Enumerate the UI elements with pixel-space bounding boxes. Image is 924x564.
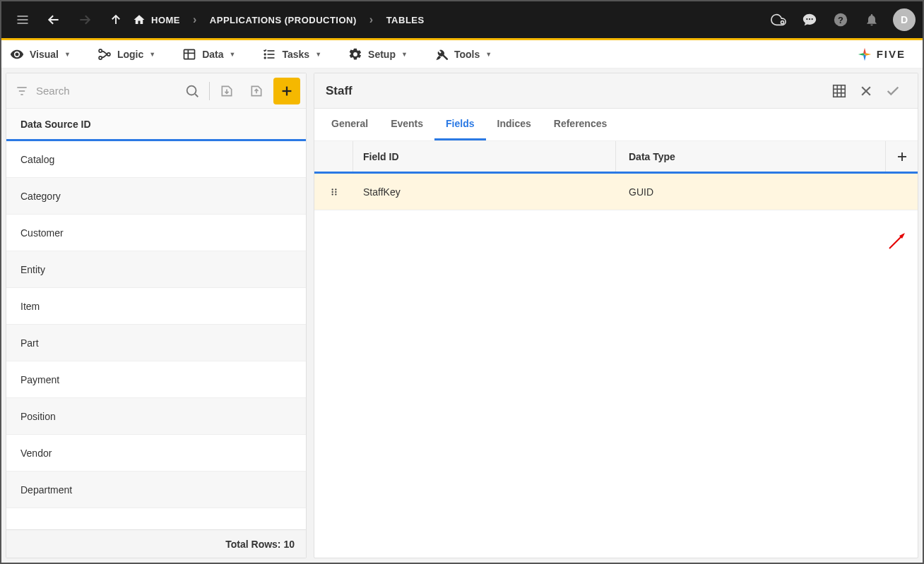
avatar[interactable]: D [893,8,916,31]
up-icon[interactable] [102,6,130,34]
svg-rect-30 [834,85,846,97]
back-icon[interactable] [40,6,68,34]
add-field-button[interactable] [885,141,918,172]
menu-tools[interactable]: Tools▼ [434,47,492,61]
svg-point-22 [265,57,266,59]
column-data-type: Data Type [616,141,885,172]
column-field-id: Field ID [353,141,616,172]
divider [209,82,210,100]
add-button[interactable] [273,78,300,104]
export-icon[interactable] [244,78,269,104]
cell-field-id: StaffKey [353,174,616,210]
svg-point-42 [335,191,336,192]
drag-handle-icon[interactable] [314,174,353,210]
chevron-right-icon: › [364,13,379,26]
menu-visual[interactable]: Visual▼ [10,47,71,61]
hamburger-icon[interactable] [8,6,37,34]
svg-point-44 [335,193,336,195]
tab-row: GeneralEventsFieldsIndicesReferences [314,109,918,141]
svg-point-21 [265,54,266,55]
left-panel: Data Source ID CatalogCategoryCustomerEn… [6,73,307,558]
field-rows: StaffKeyGUID [314,174,918,210]
svg-point-41 [331,191,333,192]
svg-point-6 [781,21,783,24]
check-icon[interactable] [879,78,906,104]
list-item[interactable]: Customer [6,215,306,251]
breadcrumb-applications[interactable]: APPLICATIONS (PRODUCTION) [210,15,357,25]
list-item[interactable]: Vendor [6,435,306,472]
menu-tasks[interactable]: Tasks▼ [262,47,321,61]
list-item[interactable]: Category [6,178,306,215]
svg-point-14 [107,52,110,55]
menu-bar: Visual▼ Logic▼ Data▼ Tasks▼ Setup▼ Tools… [1,40,923,68]
search-input[interactable] [36,85,175,97]
list-item[interactable]: Entity [6,251,306,288]
svg-line-27 [195,94,198,97]
list-item[interactable]: Payment [6,361,306,398]
tab-events[interactable]: Events [379,109,434,140]
svg-point-8 [809,18,810,20]
right-panel: Staff GeneralEventsFieldsIndicesReferenc… [314,73,918,558]
svg-marker-46 [899,233,905,239]
top-app-bar: HOME › APPLICATIONS (PRODUCTION) › TABLE… [1,1,923,38]
grid-icon[interactable] [826,78,853,104]
tab-indices[interactable]: Indices [486,109,543,140]
cell-data-type: GUID [616,174,918,210]
help-icon[interactable]: ? [827,6,855,34]
svg-point-40 [335,188,336,190]
chat-icon[interactable] [795,6,824,34]
menu-setup[interactable]: Setup▼ [348,47,408,61]
list-header-label: Data Source ID [20,119,91,130]
list-item[interactable]: Part [6,325,306,361]
tab-references[interactable]: References [543,109,619,140]
bell-icon[interactable] [858,6,886,34]
filter-icon[interactable] [12,84,32,98]
home-icon[interactable]: HOME [133,13,180,26]
tab-general[interactable]: General [320,109,379,140]
close-icon[interactable] [853,78,879,104]
list-item[interactable]: Position [6,398,306,435]
list-body: CatalogCategoryCustomerEntityItemPartPay… [6,141,306,529]
list-item[interactable]: Item [6,288,306,325]
annotation-arrow [887,232,908,250]
breadcrumb: HOME › APPLICATIONS (PRODUCTION) › TABLE… [133,13,425,26]
total-rows-label: Total Rows: 10 [225,539,295,550]
svg-point-12 [99,49,102,52]
svg-point-43 [331,193,333,195]
list-item[interactable]: Department [6,472,306,508]
svg-point-7 [806,18,807,20]
tab-fields[interactable]: Fields [434,109,485,140]
content-area: Data Source ID CatalogCategoryCustomerEn… [1,68,923,563]
svg-point-13 [99,56,102,59]
detail-header: Staff [314,73,918,109]
svg-point-26 [187,85,196,95]
svg-text:?: ? [838,15,843,25]
svg-rect-15 [184,49,195,59]
import-icon[interactable] [214,78,239,104]
svg-line-45 [889,234,904,248]
menu-data[interactable]: Data▼ [182,47,235,61]
cloud-icon[interactable] [764,6,793,34]
table-row[interactable]: StaffKeyGUID [314,174,918,210]
list-header: Data Source ID [6,109,306,141]
brand-logo: FIVE [857,47,914,62]
svg-point-39 [331,188,333,190]
forward-icon [71,6,99,34]
list-item[interactable]: Catalog [6,141,306,178]
breadcrumb-home[interactable]: HOME [151,15,180,25]
chevron-right-icon: › [187,13,203,26]
breadcrumb-tables[interactable]: TABLES [386,15,425,25]
search-row [6,73,306,109]
field-header: Field ID Data Type [314,141,918,174]
menu-logic[interactable]: Logic▼ [97,47,155,61]
svg-point-9 [812,18,813,20]
page-title: Staff [326,84,353,98]
list-footer: Total Rows: 10 [6,529,306,558]
search-icon[interactable] [179,78,205,104]
